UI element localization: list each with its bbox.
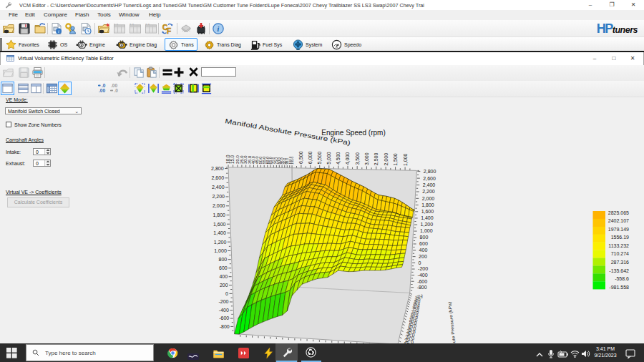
svg-text:×·×: ×·× bbox=[145, 22, 150, 26]
toolbar-separator bbox=[159, 67, 160, 78]
engine-gold-icon bbox=[116, 39, 127, 50]
tab-label: Fuel Sys bbox=[263, 42, 282, 47]
tab-trans[interactable]: Trans bbox=[165, 38, 197, 51]
rpm-axis-label: 4,500 bbox=[336, 152, 341, 165]
surface-flat-icon[interactable] bbox=[160, 82, 172, 94]
map-axis-label: 105.0 bbox=[291, 157, 294, 165]
left-axis-label: -600 bbox=[219, 315, 229, 321]
engine-speed-title: Engine Speed (rpm) bbox=[321, 129, 386, 137]
darkapp-icon[interactable] bbox=[187, 350, 198, 361]
right-axis-label: -800 bbox=[417, 285, 427, 290]
left-axis-label: 800 bbox=[219, 257, 228, 262]
surface-sel-icon[interactable] bbox=[134, 82, 146, 94]
table-gray-icon[interactable]: ×·× bbox=[145, 22, 157, 35]
operation-value-input[interactable] bbox=[201, 67, 236, 77]
chevron-up-icon[interactable] bbox=[535, 348, 544, 361]
rpm-axis-label: 2,000 bbox=[384, 153, 389, 166]
dec-left-icon[interactable]: .0.00 bbox=[97, 82, 109, 94]
chip-write-icon[interactable] bbox=[195, 22, 208, 35]
notification-icon[interactable] bbox=[625, 348, 636, 362]
rpm-axis-label: 3,500 bbox=[355, 152, 360, 165]
chip-read-icon[interactable] bbox=[180, 22, 192, 35]
microphone-icon[interactable] bbox=[547, 348, 555, 361]
tab-label: Trans bbox=[181, 42, 194, 47]
toolbar-separator bbox=[158, 23, 159, 34]
info-icon[interactable]: i bbox=[212, 22, 225, 35]
folder-icon[interactable] bbox=[213, 348, 224, 359]
left-axis-label: 200 bbox=[220, 283, 228, 288]
gear-gray-icon bbox=[168, 39, 179, 50]
taskbar-obs-button[interactable] bbox=[301, 343, 322, 362]
wifi-icon[interactable] bbox=[570, 348, 580, 361]
unit-convert-icon[interactable]: CF bbox=[161, 22, 174, 35]
toolbar-separator bbox=[209, 23, 210, 34]
main-toolbar: HPtuners i×·××·××·×CFi bbox=[0, 20, 644, 37]
right-axis-label: 200 bbox=[419, 254, 427, 259]
editor-minimize-button[interactable]: – bbox=[585, 53, 604, 64]
battery-icon[interactable] bbox=[557, 348, 568, 361]
hptuners-logo: HPtuners bbox=[597, 21, 638, 36]
editor-titlebar: Virtual Volumetric Efficiency Table Edit… bbox=[0, 52, 644, 65]
chrome-icon[interactable] bbox=[167, 348, 178, 358]
redapp-icon[interactable] bbox=[238, 348, 249, 358]
surface-slice-icon[interactable] bbox=[147, 82, 160, 94]
surface-chart[interactable]: 2,8002,6002,4002,2002,0001,8001,6001,400… bbox=[0, 97, 644, 343]
gear-gold-icon bbox=[204, 39, 215, 50]
table-gray-icon[interactable]: ×·× bbox=[129, 22, 142, 35]
tab-engine-diag[interactable]: Engine Diag bbox=[113, 38, 160, 51]
multiply-icon[interactable] bbox=[188, 67, 200, 79]
menu-help[interactable]: Help bbox=[149, 11, 160, 18]
left-axis-label: 2,200 bbox=[213, 194, 225, 199]
right-axis-label: 1,800 bbox=[421, 202, 434, 207]
close-button[interactable]: ✕ bbox=[623, 0, 644, 10]
left-axis-label: -800 bbox=[220, 324, 230, 329]
tab-system[interactable]: System bbox=[290, 38, 325, 51]
minimize-button[interactable]: – bbox=[580, 0, 601, 10]
maximize-button[interactable]: ❐ bbox=[601, 0, 623, 10]
rpm-axis-label: 4,000 bbox=[345, 152, 350, 165]
zone-h-icon[interactable] bbox=[200, 82, 213, 94]
editor-maximize-button[interactable]: □ bbox=[605, 53, 623, 64]
taskbar-vcm-editor-button[interactable] bbox=[275, 343, 298, 362]
svg-text:×·×: ×·× bbox=[130, 22, 135, 26]
speaker-icon[interactable] bbox=[581, 348, 591, 361]
rpm-axis-label: 6,000 bbox=[308, 152, 313, 165]
equals-icon[interactable] bbox=[162, 67, 174, 79]
table-gray-icon[interactable]: ×·× bbox=[113, 22, 126, 35]
right-axis-label: 1,600 bbox=[421, 209, 434, 214]
paste-icon[interactable] bbox=[146, 67, 158, 79]
tab-trans-diag[interactable]: Trans Diag bbox=[201, 38, 244, 51]
tab-fuel-sys[interactable]: Fuel Sys bbox=[248, 38, 285, 51]
legend-label: -981.558 bbox=[609, 285, 629, 290]
bolt-icon[interactable] bbox=[264, 348, 275, 358]
undo-icon[interactable] bbox=[116, 67, 128, 79]
legend-label: 710.274 bbox=[611, 251, 629, 256]
windows-start-button[interactable] bbox=[6, 347, 18, 358]
tab-label: Engine Diag bbox=[130, 42, 157, 47]
wrench-icon bbox=[281, 347, 292, 358]
left-axis-label: 2,800 bbox=[211, 166, 224, 171]
taskbar-search[interactable]: Type here to search bbox=[26, 344, 154, 361]
taskbar-clock[interactable]: 3:41 PM 9/21/2023 bbox=[588, 346, 623, 358]
copy-icon[interactable] bbox=[133, 67, 145, 79]
plus-icon[interactable] bbox=[173, 67, 185, 79]
menu-window[interactable]: Window bbox=[119, 11, 139, 18]
zone-x-icon[interactable] bbox=[172, 82, 185, 94]
rpm-axis-label: 3,000 bbox=[364, 152, 369, 165]
zone-v-icon[interactable] bbox=[187, 82, 200, 94]
left-axis-label: 2,400 bbox=[212, 185, 225, 190]
editor-close-button[interactable]: ✕ bbox=[623, 53, 642, 64]
map-axis-label: 20.0 bbox=[235, 155, 240, 164]
right-axis-label: 2,400 bbox=[423, 182, 436, 187]
legend-label: 1133.232 bbox=[608, 243, 629, 248]
ribbon-tabbar: FavoritesOSEngineEngine DiagTransTrans D… bbox=[0, 37, 644, 52]
menu-tools[interactable]: Tools bbox=[97, 11, 111, 18]
legend-label: 287.316 bbox=[611, 260, 629, 265]
tab-speedo[interactable]: Speedo bbox=[328, 38, 364, 51]
legend-label: 2402.107 bbox=[608, 218, 629, 223]
left-axis-label: 0 bbox=[225, 291, 228, 296]
time: 3:41 PM bbox=[588, 346, 623, 352]
new-folder-icon[interactable] bbox=[97, 22, 110, 35]
right-axis-label: 2,000 bbox=[422, 196, 435, 201]
dec-right-icon[interactable]: .00.0 bbox=[109, 82, 122, 94]
